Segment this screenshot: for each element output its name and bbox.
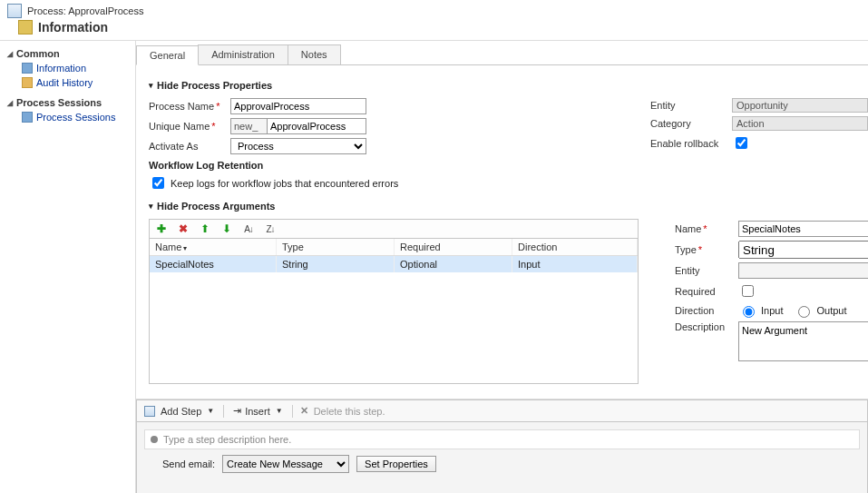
col-direction[interactable]: Direction [512,239,638,255]
entity-icon [18,20,33,35]
process-name-input[interactable] [230,98,366,114]
window-icon [7,4,22,18]
direction-output-radio[interactable] [798,306,810,318]
nav-item-label: Information [36,63,86,74]
col-type[interactable]: Type [277,239,395,255]
tab-administration[interactable]: Administration [198,44,288,64]
add-icon[interactable]: ✚ [155,222,168,235]
nav-item-process-sessions[interactable]: Process Sessions [0,110,135,124]
sessions-icon [22,112,33,123]
section-process-arguments[interactable]: Hide Process Arguments [149,201,868,212]
step-description-placeholder[interactable]: Type a step description here. [163,434,291,445]
delete-step-button[interactable]: Delete this step. [312,405,387,418]
nav-group-common[interactable]: Common [0,46,135,61]
nav-group-process-sessions[interactable]: Process Sessions [0,95,135,110]
enable-rollback-label: Enable rollback [650,138,732,149]
arg-name-input[interactable] [738,221,868,237]
window-title: Process: ApprovalProcess [27,5,143,16]
send-email-label: Send email: [162,458,215,469]
category-label: Category [650,118,732,129]
set-properties-button[interactable]: Set Properties [356,456,436,472]
sort-desc-icon[interactable]: Z↓ [264,222,277,235]
category-value: Action [732,116,868,131]
steps-toolbar: Add Step▼ ⇥Insert▼ ✕ Delete this step. [136,399,868,422]
section-process-properties[interactable]: Hide Process Properties [149,80,868,91]
entity-label: Entity [650,100,732,111]
add-step-button[interactable]: Add Step▼ [159,405,216,418]
arg-entity-label: Entity [675,265,738,276]
log-retention-checkbox[interactable] [152,177,164,189]
unique-name-label: Unique Name* [149,121,230,132]
arg-type-select[interactable]: String [738,241,868,259]
arg-direction-label: Direction [675,305,738,316]
info-icon [22,63,33,74]
delete-step-icon: ✕ [300,405,308,417]
add-step-icon [144,406,155,417]
arguments-grid: Name▾ Type Required Direction SpecialNot… [149,239,639,384]
arg-entity-input[interactable] [738,262,868,279]
arg-description-input[interactable] [738,321,868,361]
argument-row[interactable]: SpecialNotes String Optional Input [150,256,638,272]
delete-icon[interactable]: ✖ [177,222,190,235]
sidebar: Common Information Audit History Process… [0,41,136,493]
tabs: General Administration Notes [136,44,868,65]
unique-name-input[interactable] [267,118,366,134]
arg-required-checkbox[interactable] [742,285,754,297]
tab-notes[interactable]: Notes [288,44,341,64]
sort-asc-icon[interactable]: A↓ [242,222,255,235]
enable-rollback-checkbox[interactable] [736,137,747,149]
nav-item-label: Audit History [36,77,93,88]
step-bullet-icon [151,436,158,443]
nav-item-audit-history[interactable]: Audit History [0,75,135,90]
steps-area: Type a step description here. Send email… [136,422,868,493]
process-name-label: Process Name* [149,101,230,112]
arg-type-label: Type* [675,244,738,255]
tab-general[interactable]: General [136,45,199,65]
move-down-icon[interactable]: ⬇ [220,222,233,235]
move-up-icon[interactable]: ⬆ [199,222,211,235]
arg-required-label: Required [675,286,738,297]
audit-icon [22,77,33,88]
log-retention-text: Keep logs for workflow jobs that encount… [171,178,398,189]
activate-as-label: Activate As [149,141,230,152]
insert-button[interactable]: ⇥Insert▼ [231,404,284,418]
col-required[interactable]: Required [395,239,512,255]
log-retention-heading: Workflow Log Retention [149,160,263,171]
entity-value: Opportunity [732,98,868,113]
send-email-select[interactable]: Create New Message [222,455,349,473]
unique-name-prefix: new_ [230,118,267,134]
activate-as-select[interactable]: Process [230,138,366,154]
direction-input-radio[interactable] [743,306,755,318]
arguments-toolbar: ✚ ✖ ⬆ ⬇ A↓ Z↓ [149,219,639,239]
page-subtitle: Information [38,20,108,35]
nav-item-label: Process Sessions [36,112,115,123]
arg-description-label: Description [675,321,738,332]
col-name[interactable]: Name▾ [150,239,277,255]
nav-item-information[interactable]: Information [0,61,135,75]
arg-name-label: Name* [675,223,738,234]
step-row[interactable]: Type a step description here. [144,429,860,449]
